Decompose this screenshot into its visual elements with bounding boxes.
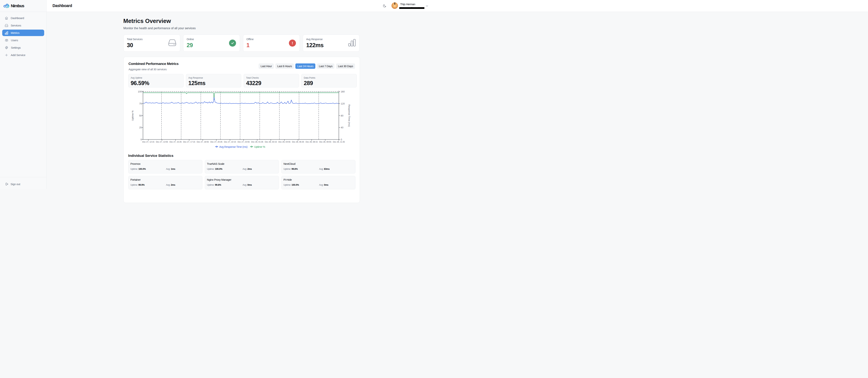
svg-text:Dec 28, 01:35: Dec 28, 01:35 — [251, 141, 264, 143]
svg-text:Dec 27, 20:35: Dec 27, 20:35 — [210, 141, 222, 143]
svg-text:Dec 27, 13:55: Dec 27, 13:55 — [156, 141, 168, 143]
svg-text:Dec 27, 17:15: Dec 27, 17:15 — [183, 141, 195, 143]
svg-text:Dec 28, 04:55: Dec 28, 04:55 — [278, 141, 290, 143]
svg-text:100: 100 — [138, 90, 142, 93]
svg-text:0: 0 — [141, 138, 142, 141]
svg-text:Dec 28, 08:15: Dec 28, 08:15 — [306, 141, 318, 143]
svg-text:Response Time (ms): Response Time (ms) — [348, 105, 351, 127]
svg-text:Dec 27, 12:15: Dec 27, 12:15 — [142, 141, 155, 143]
svg-text:50: 50 — [139, 114, 142, 117]
svg-text:120: 120 — [341, 102, 345, 105]
svg-text:40: 40 — [341, 126, 343, 129]
svg-text:Dec 27, 23:55: Dec 27, 23:55 — [238, 141, 250, 143]
svg-text:Dec 27, 22:15: Dec 27, 22:15 — [224, 141, 236, 143]
svg-text:0: 0 — [341, 138, 342, 141]
svg-text:25: 25 — [139, 126, 142, 129]
svg-text:Dec 28, 09:55: Dec 28, 09:55 — [319, 141, 332, 143]
svg-text:Dec 28, 03:15: Dec 28, 03:15 — [265, 141, 277, 143]
svg-text:75: 75 — [139, 102, 142, 105]
svg-text:Dec 28, 11:35: Dec 28, 11:35 — [333, 141, 345, 143]
svg-text:80: 80 — [341, 114, 343, 117]
svg-text:Uptime %: Uptime % — [131, 110, 134, 121]
svg-text:160: 160 — [341, 90, 345, 93]
svg-text:Dec 27, 15:35: Dec 27, 15:35 — [169, 141, 182, 143]
svg-text:Dec 27, 18:55: Dec 27, 18:55 — [197, 141, 209, 143]
svg-text:Dec 28, 06:35: Dec 28, 06:35 — [292, 141, 304, 143]
